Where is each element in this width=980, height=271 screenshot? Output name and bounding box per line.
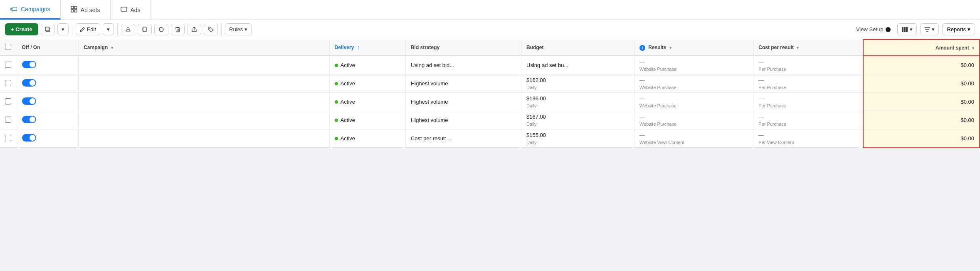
results-value: — <box>639 76 748 84</box>
row-bid-strategy-cell: Using ad set bid... <box>405 56 521 75</box>
header-delivery[interactable]: Delivery ↑ <box>329 40 405 56</box>
table-row: ActiveHighest volume$167.00Daily—Website… <box>0 111 980 129</box>
cost-value: — <box>758 94 858 102</box>
row-toggle-cell[interactable] <box>17 75 79 93</box>
view-setup-text: View Setup <box>856 26 884 32</box>
row-checkbox[interactable] <box>5 117 11 123</box>
campaigns-icon: 🏷 <box>10 5 17 14</box>
row-campaign-cell <box>79 111 329 129</box>
row-checkbox-cell[interactable] <box>0 111 17 129</box>
row-budget-cell: Using ad set bu... <box>521 56 634 75</box>
budget-value: $155.00 <box>526 131 629 139</box>
cost-value: — <box>758 131 858 139</box>
results-value: — <box>639 113 748 121</box>
svg-rect-0 <box>71 6 74 9</box>
header-bid-strategy: Bid strategy <box>405 40 521 56</box>
row-results-cell: —Website Purchase <box>634 56 753 75</box>
row-delivery-cell: Active <box>329 129 405 148</box>
row-amount-spent-cell: $0.00 <box>863 75 980 93</box>
rules-button[interactable]: Rules ▾ <box>225 23 252 35</box>
row-bid-strategy-cell: Highest volume <box>405 111 521 129</box>
cost-filter-icon: ▾ <box>797 45 799 50</box>
tag-button[interactable] <box>204 24 218 35</box>
header-campaign[interactable]: Campaign ▾ <box>79 40 329 56</box>
amount-spent-value: $0.00 <box>864 132 979 145</box>
tab-adsets[interactable]: Ad sets <box>61 0 111 20</box>
reports-button[interactable]: Reports ▾ <box>942 23 975 35</box>
cost-sub: Per View Content <box>758 139 858 146</box>
row-toggle-cell[interactable] <box>17 56 79 75</box>
row-checkbox[interactable] <box>5 62 11 68</box>
duplicate-dropdown-button[interactable]: ▾ <box>57 23 69 35</box>
status-dot <box>335 64 338 67</box>
status-dot <box>335 137 338 140</box>
budget-value: $162.00 <box>526 76 629 84</box>
results-value: — <box>639 94 748 102</box>
campaign-toggle[interactable] <box>22 61 36 68</box>
row-campaign-cell <box>79 129 329 148</box>
row-checkbox-cell[interactable] <box>0 75 17 93</box>
amount-spent-value: $0.00 <box>864 77 979 90</box>
duplicate-button[interactable] <box>41 24 55 35</box>
row-toggle-cell[interactable] <box>17 129 79 148</box>
budget-sub: Daily <box>526 84 629 91</box>
create-button[interactable]: + Create <box>5 23 38 35</box>
toolbar-divider-2 <box>117 24 118 35</box>
test-button[interactable] <box>121 24 135 35</box>
edit-dropdown-button[interactable]: ▾ <box>103 23 114 35</box>
svg-rect-10 <box>906 27 908 32</box>
reports-dropdown-icon: ▾ <box>968 26 970 32</box>
row-bid-strategy-cell: Cost per result ... <box>405 129 521 148</box>
row-checkbox-cell[interactable] <box>0 56 17 75</box>
row-toggle-cell[interactable] <box>17 111 79 129</box>
toolbar-divider-3 <box>221 24 222 35</box>
amount-spent-value: $0.00 <box>864 114 979 127</box>
results-sub: Website Purchase <box>639 66 748 72</box>
row-results-cell: —Website View Content <box>634 129 753 148</box>
tab-adsets-label: Ad sets <box>81 7 100 13</box>
row-checkbox[interactable] <box>5 135 11 141</box>
share-button[interactable] <box>187 24 201 35</box>
header-amount-spent: Amount spent ▾ <box>863 40 980 56</box>
filter-cols-button[interactable]: ▾ <box>920 23 939 35</box>
row-checkbox-cell[interactable] <box>0 129 17 148</box>
columns-toggle-button[interactable]: ▾ <box>897 23 917 35</box>
header-checkbox[interactable] <box>0 40 17 56</box>
adsets-icon <box>71 6 77 14</box>
cost-sub: Per Purchase <box>758 102 858 109</box>
row-delivery-cell: Active <box>329 56 405 75</box>
select-all-checkbox[interactable] <box>5 44 11 50</box>
view-controls: View Setup ▾ ▾ Reports ▾ <box>856 23 975 35</box>
status-dot <box>335 119 338 122</box>
undo-button[interactable] <box>154 24 168 35</box>
header-results: i Results ▾ <box>634 40 753 56</box>
copy-button[interactable] <box>138 24 152 35</box>
row-campaign-cell <box>79 93 329 111</box>
row-checkbox-cell[interactable] <box>0 93 17 111</box>
toolbar: + Create ▾ Edit ▾ Rules ▾ View Setup <box>0 20 980 39</box>
svg-rect-7 <box>143 27 146 32</box>
row-amount-spent-cell: $0.00 <box>863 111 980 129</box>
results-sub: Website Purchase <box>639 84 748 91</box>
budget-sub: Daily <box>526 121 629 127</box>
delete-button[interactable] <box>171 24 185 35</box>
tab-ads[interactable]: Ads <box>111 0 151 20</box>
row-checkbox[interactable] <box>5 80 11 86</box>
svg-rect-3 <box>74 10 77 12</box>
edit-button[interactable]: Edit <box>76 23 100 35</box>
campaign-toggle[interactable] <box>22 79 36 87</box>
campaign-toggle[interactable] <box>22 134 36 142</box>
row-toggle-cell[interactable] <box>17 93 79 111</box>
amount-spent-value: $0.00 <box>864 95 979 108</box>
campaign-toggle[interactable] <box>22 116 36 123</box>
campaign-filter-icon: ▾ <box>111 45 113 50</box>
status-dot <box>335 100 338 104</box>
edit-label: Edit <box>87 26 96 32</box>
view-setup-label[interactable]: View Setup <box>856 26 891 32</box>
tab-campaigns[interactable]: 🏷 Campaigns <box>0 0 61 20</box>
results-info-icon: i <box>639 45 645 51</box>
row-checkbox[interactable] <box>5 98 11 104</box>
campaign-toggle[interactable] <box>22 97 36 105</box>
svg-rect-9 <box>904 27 906 32</box>
table-header-row: Off / On Campaign ▾ Delivery ↑ Bid strat… <box>0 40 980 56</box>
